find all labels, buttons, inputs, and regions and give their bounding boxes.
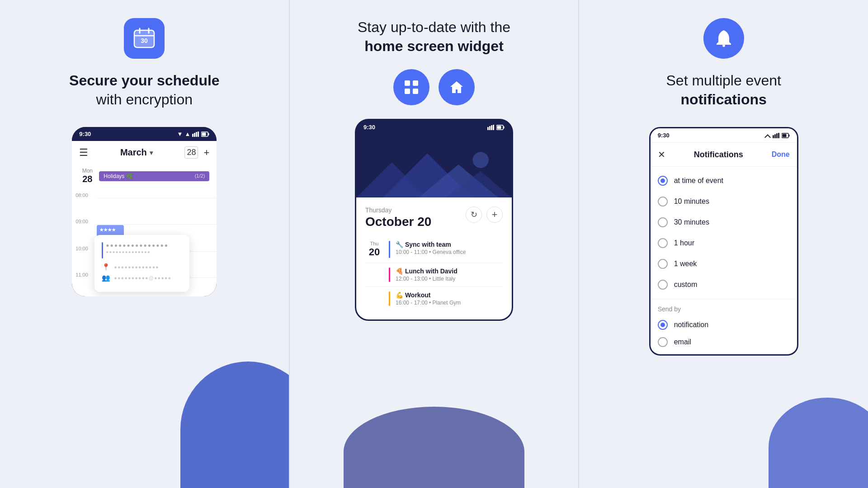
left-phone-mockup: 9:30 ▼ ▲ ☰ March ▾ 28 + Mon 28 <box>72 127 217 296</box>
panel-left: 30 Secure your schedule with encryption … <box>0 0 289 488</box>
notif-label-at-time: at time of event <box>674 177 723 185</box>
holiday-text: Holidays 🌿 <box>104 173 132 179</box>
add-event-btn[interactable]: + <box>486 206 503 223</box>
right-phone-mockup: 9:30 ✕ Notifications Done at time of eve… <box>649 127 798 356</box>
notifications-title: Notifications <box>694 150 743 160</box>
notif-item-1hour[interactable]: 1 hour <box>651 233 797 253</box>
time-label-9: 09:00 <box>75 219 88 224</box>
svg-rect-14 <box>413 80 418 86</box>
time-label-11: 11:00 <box>75 272 88 277</box>
radio-notification <box>658 320 668 330</box>
panel-middle: Stay up-to-date with the home screen wid… <box>289 0 580 488</box>
svg-rect-20 <box>493 125 494 130</box>
widget-event-3: 💪 Workout 16:00 - 17:00 • Planet Gym <box>365 287 503 310</box>
holiday-bar: Holidays 🌿 (1/2) <box>99 171 209 181</box>
day-row: Mon 28 Holidays 🌿 (1/2) <box>72 164 217 188</box>
notif-item-at-time[interactable]: at time of event <box>651 170 797 191</box>
right-status-icons <box>764 133 790 138</box>
bell-icon-circle <box>703 18 744 59</box>
done-button[interactable]: Done <box>772 150 790 159</box>
mountain-svg <box>356 136 512 198</box>
popup-location-dots: ●●●●●●●●●●●●● <box>114 264 159 270</box>
radio-30min <box>658 217 668 227</box>
svg-point-29 <box>722 44 725 47</box>
left-heading-line2: with encryption <box>96 91 193 108</box>
month-label: March <box>120 147 147 158</box>
svg-rect-13 <box>405 80 410 86</box>
popup-title-dots: ●●●●●●●●●●●●●●● <box>106 242 169 249</box>
svg-rect-33 <box>778 133 779 138</box>
month-arrow: ▾ <box>150 149 153 156</box>
calendar-icon: 30 <box>124 18 165 59</box>
widget-actions: ↻ + <box>466 206 503 223</box>
notif-item-10min[interactable]: 10 minutes <box>651 191 797 212</box>
send-label-notification: notification <box>674 321 709 329</box>
svg-rect-6 <box>192 134 193 137</box>
send-label-email: email <box>674 338 691 346</box>
widget-card: Thursday October 20 ↻ + Thu 20 🔧 Sync wi… <box>356 197 512 319</box>
close-icon[interactable]: ✕ <box>658 149 665 160</box>
right-status-bar: 9:30 <box>651 128 797 143</box>
radio-email <box>658 337 668 347</box>
middle-icons-row <box>393 69 475 105</box>
event-2-details: 🍕 Lunch with David 12:00 - 13:00 • Littl… <box>396 267 503 282</box>
svg-rect-23 <box>504 126 505 128</box>
time-label-8: 08:00 <box>75 192 88 198</box>
svg-rect-32 <box>776 133 778 138</box>
widget-event-2: 🍕 Lunch with David 12:00 - 13:00 • Littl… <box>365 263 503 287</box>
right-heading: Set multiple event notifications <box>666 71 781 109</box>
time-label-10: 10:00 <box>75 246 88 251</box>
day-label-col: Mon 28 <box>79 168 95 184</box>
notifications-header: ✕ Notifications Done <box>651 143 797 167</box>
notif-item-1week[interactable]: 1 week <box>651 253 797 274</box>
calendar-header: ☰ March ▾ 28 + <box>72 141 217 164</box>
notif-item-30min[interactable]: 30 minutes <box>651 212 797 233</box>
send-item-notification[interactable]: notification <box>658 316 790 333</box>
panel-right: Set multiple event notifications 9:30 ✕ … <box>579 0 868 488</box>
event-1-date-col: Thu 20 <box>365 241 383 258</box>
left-status-icons: ▼ ▲ <box>177 131 210 137</box>
svg-rect-15 <box>405 89 410 94</box>
dark-body <box>356 134 512 197</box>
send-by-label: Send by <box>658 305 790 313</box>
popup-person-dots: ●●●●●●●●●●@●●●●● <box>114 275 171 281</box>
svg-rect-12 <box>208 133 209 135</box>
left-status-bar: 9:30 ▼ ▲ <box>72 127 217 141</box>
middle-phone-mockup: 9:30 Thursday October 20 ↻ + <box>355 119 513 321</box>
notifications-list: at time of event 10 minutes 30 minutes 1… <box>651 167 797 299</box>
middle-heading-line1: Stay up-to-date with the <box>358 19 510 35</box>
event-2-bar <box>389 267 390 282</box>
refresh-btn[interactable]: ↻ <box>466 206 482 223</box>
middle-status-bar: 9:30 <box>356 120 512 134</box>
day-label: Mon <box>82 168 93 174</box>
svg-rect-31 <box>774 134 776 138</box>
notif-label-30min: 30 minutes <box>674 218 709 226</box>
svg-rect-22 <box>497 126 501 129</box>
svg-rect-16 <box>413 89 418 94</box>
popup-subtitle-dots: ●●●●●●●●●●●●●● <box>106 249 169 254</box>
radio-at-time <box>658 176 668 186</box>
middle-status-icons <box>487 125 505 130</box>
event-1-details: 🔧 Sync with team 10:00 - 11:00 • Geneva … <box>396 241 503 255</box>
radio-notification-fill <box>660 323 665 327</box>
calendar-action-icons: 28 + <box>184 146 209 159</box>
middle-heading-bold: home screen widget <box>364 38 504 54</box>
popup-card: ●●●●●●●●●●●●●●● ●●●●●●●●●●●●●● 📍 ●●●●●●●… <box>94 235 189 292</box>
svg-rect-18 <box>489 126 491 130</box>
right-heading-line1: Set multiple event <box>666 72 781 89</box>
time-line-8 <box>97 198 217 198</box>
middle-status-time: 9:30 <box>363 124 375 131</box>
notif-label-1hour: 1 hour <box>674 239 694 247</box>
event-3-details: 💪 Workout 16:00 - 17:00 • Planet Gym <box>396 291 503 306</box>
grid-icon-circle <box>393 69 429 105</box>
radio-10min <box>658 197 668 206</box>
left-heading: Secure your schedule with encryption <box>69 71 220 109</box>
send-item-email[interactable]: email <box>658 333 790 351</box>
notif-item-custom[interactable]: custom <box>651 274 797 295</box>
event-1-bar <box>389 241 390 258</box>
svg-rect-19 <box>491 125 492 130</box>
notif-label-custom: custom <box>674 281 698 289</box>
svg-rect-30 <box>773 135 774 138</box>
svg-rect-8 <box>196 132 197 137</box>
radio-custom <box>658 280 668 290</box>
